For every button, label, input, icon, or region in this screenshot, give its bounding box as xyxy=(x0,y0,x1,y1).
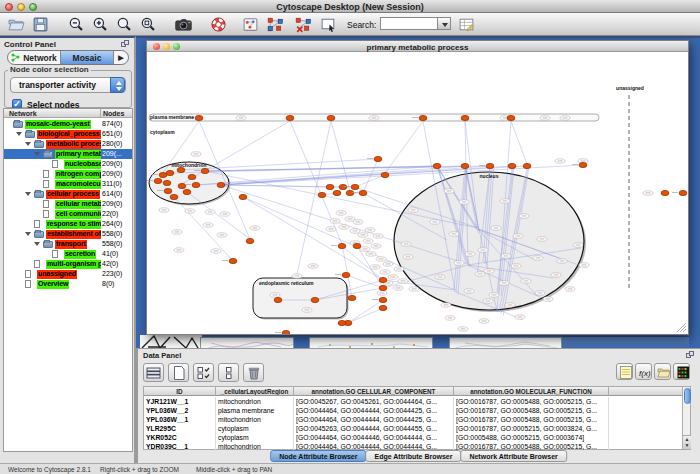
table-cell[interactable]: YKR052C xyxy=(144,433,216,442)
table-cell[interactable]: [GO:0016787, GO:0005488, GO:0005215, G..… xyxy=(454,415,609,424)
table-scrollbar[interactable]: ▲▼ xyxy=(682,386,691,450)
network-node[interactable] xyxy=(433,163,441,168)
zoom-out-icon[interactable] xyxy=(68,16,85,33)
tree-row[interactable]: biological_process651(0) xyxy=(4,129,132,139)
network-node[interactable] xyxy=(274,297,282,302)
tree-row[interactable]: multi-organism pro42(0) xyxy=(4,259,132,269)
network-node[interactable] xyxy=(195,115,203,120)
tree-row[interactable]: Overview8(0) xyxy=(4,279,132,289)
table-cell[interactable]: [GO:0045267, GO:0045261, GO:0044464, G..… xyxy=(294,397,454,406)
scrollbar-thumb[interactable] xyxy=(684,388,691,404)
network-node[interactable] xyxy=(339,184,347,189)
network-node[interactable] xyxy=(353,243,361,248)
tree-row[interactable]: cell communicat22(0) xyxy=(4,209,132,219)
delete-attribute-button[interactable] xyxy=(243,363,264,382)
table-cell[interactable]: [GO:0016787, GO:0005488, GO:0005215, G..… xyxy=(454,406,609,415)
table-cell[interactable]: YLR295C xyxy=(144,424,216,433)
zoom-in-icon[interactable] xyxy=(92,16,109,33)
network-node[interactable] xyxy=(239,194,247,199)
network-node[interactable] xyxy=(170,194,178,199)
table-cell[interactable]: mitochondrion xyxy=(216,415,294,424)
float-panel-icon[interactable] xyxy=(121,40,129,47)
table-column-header[interactable]: annotation.GO MOLECULAR_FUNCTION xyxy=(454,387,609,396)
tree-row[interactable]: metabolic process280(0) xyxy=(4,139,132,149)
network-node[interactable] xyxy=(164,188,172,193)
save-icon[interactable] xyxy=(32,16,49,33)
attribute-select-button[interactable] xyxy=(143,363,164,382)
network-node[interactable] xyxy=(338,243,346,248)
tree-row[interactable]: establishment of lo558(0) xyxy=(4,229,132,239)
tree-row[interactable]: nucleobase-209(0) xyxy=(4,159,132,169)
annotation-icon[interactable] xyxy=(242,16,259,33)
table-cell[interactable]: YDR039C__1 xyxy=(144,442,216,451)
tab-network[interactable]: Network xyxy=(8,51,61,64)
snapshot-icon[interactable] xyxy=(174,16,191,33)
table-column-header[interactable]: _cellularLayoutRegion xyxy=(216,387,294,396)
network-node[interactable] xyxy=(177,167,185,172)
network-node[interactable] xyxy=(461,115,469,120)
attribute-checklist-button[interactable] xyxy=(193,363,214,382)
network-node[interactable] xyxy=(507,115,515,120)
network-node[interactable] xyxy=(486,163,494,168)
app-titlebar[interactable]: Cytoscape Desktop (New Session) xyxy=(0,0,700,13)
network-node[interactable] xyxy=(374,156,382,161)
network-node[interactable] xyxy=(379,305,387,310)
tree-row[interactable]: secretion41(0) xyxy=(4,249,132,259)
network-node[interactable] xyxy=(282,330,290,334)
expand-triangle-icon[interactable] xyxy=(34,242,40,246)
search-input[interactable] xyxy=(380,17,438,30)
table-cell[interactable]: YPL036W__1 xyxy=(144,415,216,424)
notepad-button[interactable] xyxy=(616,363,633,380)
attribute-matrix-button[interactable] xyxy=(673,363,690,380)
table-column-header[interactable]: annotation.GO CELLULAR_COMPONENT xyxy=(294,387,454,396)
network-node[interactable] xyxy=(419,115,427,120)
attribute-pair-button[interactable] xyxy=(218,363,239,382)
tree-row[interactable]: nitrogen compo209(0) xyxy=(4,169,132,179)
table-cell[interactable]: YPL036W__2 xyxy=(144,406,216,415)
network-node[interactable] xyxy=(178,183,186,188)
table-column-header[interactable]: ID xyxy=(144,387,216,396)
table-cell[interactable]: [GO:0044464, GO:0044444, GO:0044425, G..… xyxy=(294,406,454,415)
network-node[interactable] xyxy=(188,174,196,179)
tree-row[interactable]: cellular process614(0) xyxy=(4,189,132,199)
network-node[interactable] xyxy=(379,277,387,282)
table-cell[interactable]: plasma membrane xyxy=(216,406,294,415)
table-cell[interactable]: cytoplasm xyxy=(216,424,294,433)
table-cell[interactable]: [GO:0045263, GO:0044444, GO:0044455, G..… xyxy=(294,424,454,433)
network-node[interactable] xyxy=(326,184,334,189)
tree-row[interactable]: macromolecule311(0) xyxy=(4,179,132,189)
network-node[interactable] xyxy=(217,182,225,187)
network-node[interactable] xyxy=(318,192,326,197)
table-cell[interactable]: mitochondrion xyxy=(216,397,294,406)
network-node[interactable] xyxy=(163,180,171,185)
select-network-icon[interactable] xyxy=(320,16,337,33)
network-window-titlebar[interactable]: primary metabolic process xyxy=(147,41,688,52)
zoom-fit-icon[interactable] xyxy=(140,16,157,33)
table-cell[interactable]: [GO:0016787, GO:0005488, GO:0005215, G..… xyxy=(454,397,609,406)
network-node[interactable] xyxy=(229,258,237,263)
help-ring-icon[interactable] xyxy=(210,16,227,33)
network-node[interactable] xyxy=(346,190,354,195)
network-node[interactable] xyxy=(351,184,359,189)
expand-triangle-icon[interactable] xyxy=(16,132,22,136)
tree-row[interactable]: mosaic-demo-yeast874(0) xyxy=(4,119,132,129)
network-node[interactable] xyxy=(311,297,319,302)
network-node[interactable] xyxy=(359,190,367,195)
table-cell[interactable]: [GO:0016787, GO:0005215, GO:0003824, G..… xyxy=(454,424,609,433)
scrollbar-buttons[interactable]: ▲▼ xyxy=(683,435,691,449)
table-cell[interactable]: cytoplasm xyxy=(216,433,294,442)
network-node[interactable] xyxy=(381,172,389,177)
import-attributes-button[interactable] xyxy=(654,363,671,380)
network-node[interactable] xyxy=(342,272,350,277)
network-node[interactable] xyxy=(246,238,254,243)
network-node[interactable] xyxy=(333,190,341,195)
destroy-network-view-icon[interactable] xyxy=(294,16,311,33)
tab-edge-attribute-browser[interactable]: Edge Attribute Browser xyxy=(365,450,461,462)
network-node[interactable] xyxy=(166,170,174,175)
tree-row[interactable]: transport558(0) xyxy=(4,239,132,249)
create-network-view-icon[interactable] xyxy=(266,16,283,33)
network-node[interactable] xyxy=(379,285,387,290)
open-file-icon[interactable] xyxy=(8,16,25,33)
network-node[interactable] xyxy=(286,115,294,120)
network-node[interactable] xyxy=(523,163,531,168)
